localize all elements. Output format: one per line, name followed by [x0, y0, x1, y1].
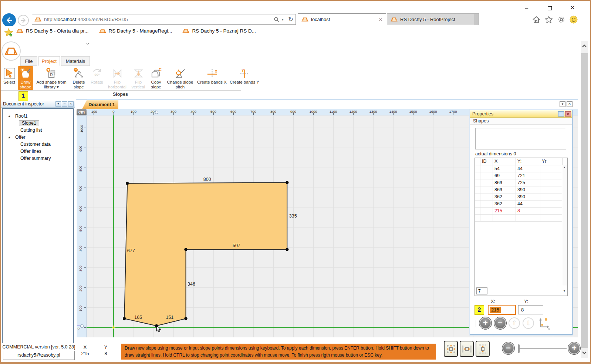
table-row[interactable]: 2158 — [475, 207, 563, 214]
table-row[interactable]: 36244 — [475, 200, 563, 207]
tree-item-roof1[interactable]: ◢Roof1 — [3, 112, 73, 119]
ribbon-tab-materials[interactable]: Materials — [61, 56, 90, 66]
table-cell: 215 — [493, 207, 516, 214]
table-cell: 869 — [493, 186, 516, 193]
shapes-listbox[interactable] — [475, 128, 566, 149]
origin-marker — [112, 326, 115, 329]
table-row[interactable]: 362390 — [475, 193, 563, 200]
tab-strip-stub — [475, 13, 479, 25]
zoom-in-button[interactable]: + — [568, 342, 581, 355]
ruler-tick-label: 1000 — [80, 125, 84, 132]
scrollbar-thumb[interactable] — [581, 53, 588, 348]
page-scrollbar[interactable] — [581, 41, 588, 358]
y-coordinate-label: Y: — [524, 299, 528, 304]
tree-item-slope1[interactable]: Slope1 — [3, 119, 73, 127]
fit-height-button[interactable] — [476, 341, 490, 357]
panel-close-icon[interactable]: ✕ — [68, 101, 74, 107]
toolbar-button-select[interactable]: Select — [1, 66, 17, 90]
zoom-slider-track[interactable] — [519, 348, 567, 349]
scroll-down-icon[interactable]: ▼ — [563, 289, 566, 293]
tab-close-icon[interactable]: ✕ — [376, 17, 382, 22]
toolbar-button-delete-slope[interactable]: Delete slope — [70, 66, 88, 90]
favorite-rs-dachy-5-manageregi[interactable]: RS Dachy 5 - ManageRegi... — [99, 28, 172, 34]
expand-triangle-icon[interactable]: ◢ — [8, 135, 11, 138]
tree-item-customer-data[interactable]: Customer data — [3, 141, 73, 148]
panel-minimize-icon[interactable]: ─ — [62, 101, 67, 107]
favorites-star-icon[interactable] — [544, 15, 554, 24]
favorite-rs-dachy-5-poznaj-rs-d[interactable]: RS Dachy 5 - Poznaj RS D... — [182, 28, 256, 34]
toolbar-button-copy-slope[interactable]: CCopy slope — [148, 66, 164, 90]
table-cell — [475, 214, 480, 221]
table-row[interactable]: 869725 — [475, 179, 563, 186]
scroll-up-icon[interactable]: ▲ — [563, 166, 566, 169]
point-count-input[interactable] — [476, 287, 487, 294]
tree-item-offer-lines[interactable]: Offer lines — [3, 148, 73, 155]
ruler-tick-label: 700 — [78, 186, 82, 192]
zoom-out-button[interactable]: − — [502, 342, 515, 355]
settings-gear-icon[interactable] — [556, 15, 567, 24]
y-coordinate-input[interactable]: 8 — [518, 305, 543, 314]
fit-all-button[interactable] — [444, 341, 458, 357]
search-icon[interactable] — [274, 17, 280, 23]
move-point-up-button[interactable]: ⇧ — [509, 317, 520, 329]
add-point-button[interactable]: + — [479, 317, 492, 330]
back-button[interactable] — [2, 13, 16, 27]
toolbar-button-flip-vertical[interactable]: Flip vertical — [129, 66, 147, 90]
favorite-label: RS Dachy 5 - Poznaj RS D... — [192, 28, 256, 34]
y-input-text: 8 — [521, 307, 524, 313]
toolbar-button-draw-shape[interactable]: Draw shape — [18, 66, 33, 90]
axes-origin-icon[interactable] — [537, 316, 551, 330]
app-logo[interactable] — [1, 41, 21, 61]
window-close-button[interactable]: ✕ — [565, 4, 580, 12]
ribbon-tab-file[interactable]: File — [20, 56, 37, 66]
add-favorite-icon[interactable] — [4, 28, 14, 38]
document-inspector-header[interactable]: Document inspector ▾ ─ ✕ — [1, 100, 75, 108]
fit-width-button[interactable] — [460, 341, 474, 357]
toolbar-button-flip-horizontal[interactable]: Flip horizontal — [106, 66, 129, 90]
browser-tab-localhost[interactable]: localhost ✕ — [298, 13, 386, 25]
ribbon-tab-project[interactable]: Project — [38, 56, 60, 66]
tree-item-offer-summary[interactable]: Offer summary — [3, 155, 73, 162]
favorite-rs-dachy-5-oferta-dla-pr[interactable]: RS Dachy 5 - Oferta dla pr... — [16, 28, 89, 34]
remove-point-button[interactable]: − — [494, 317, 507, 330]
table-cell: 362 — [493, 193, 516, 200]
ruler-tick-label: 0 — [112, 109, 114, 114]
scroll-down-chevron-icon[interactable] — [582, 350, 587, 355]
table-scrollbar[interactable]: ▲ — [562, 165, 567, 286]
tree-item-offer[interactable]: ◢Offer — [3, 134, 73, 141]
home-icon[interactable] — [531, 15, 541, 24]
x-coordinate-input[interactable]: 215 — [488, 305, 516, 315]
search-dropdown-icon[interactable]: ▾ — [282, 18, 284, 21]
quick-access-chevron-icon[interactable] — [86, 41, 89, 45]
expand-triangle-icon[interactable]: ◢ — [8, 114, 11, 117]
table-row[interactable]: 5444 — [475, 165, 563, 172]
toolbar-button-rotate[interactable]: 90°Rotate — [89, 66, 105, 90]
window-maximize-button[interactable] — [542, 4, 557, 12]
panel-close-icon[interactable]: ✕ — [565, 111, 571, 117]
document-menu-icon[interactable]: ▾ — [560, 101, 565, 107]
panel-minimize-icon[interactable]: ─ — [558, 111, 564, 117]
document-close-icon[interactable]: ✕ — [567, 101, 573, 107]
panel-menu-icon[interactable]: ▾ — [55, 101, 61, 107]
move-point-down-button[interactable]: ⇩ — [523, 317, 534, 329]
toolbar-button-change-slope-pitch[interactable]: Change slope pitch — [165, 66, 195, 90]
tree-item-cutting-list[interactable]: Cutting list — [3, 127, 73, 134]
roof-favicon — [99, 28, 106, 33]
table-row[interactable]: 869390 — [475, 186, 563, 193]
address-bar[interactable]: http://localhost:44305/en/RSD5/RSD5 ▾ ↻ — [32, 14, 296, 25]
zoom-slider-handle[interactable] — [518, 344, 520, 353]
forward-button[interactable] — [18, 15, 29, 26]
document-tab[interactable]: Document 1 — [82, 100, 118, 109]
refresh-icon[interactable]: ↻ — [288, 16, 293, 23]
browser-tab-roofproject[interactable]: RS Dachy 5 - RoofProject — [387, 13, 475, 25]
table-cell: 721 — [516, 172, 540, 179]
toolbar-button-create-bands-y[interactable]: YCreate bands Y — [229, 66, 260, 90]
feedback-smiley-icon[interactable] — [568, 15, 579, 24]
scroll-up-chevron-icon[interactable] — [582, 44, 587, 49]
toolbar-button-add-shape-from-library[interactable]: RAdd shape from library ▾ — [34, 66, 69, 90]
table-row[interactable]: 69721 — [475, 172, 563, 179]
toolbar-button-create-bands-x[interactable]: xCreate bands X — [196, 66, 228, 90]
properties-header[interactable]: Properties ─ ✕ — [470, 110, 572, 118]
toolbar-button-label: Flip horizontal — [106, 80, 129, 89]
window-minimize-button[interactable]: – — [519, 4, 534, 12]
